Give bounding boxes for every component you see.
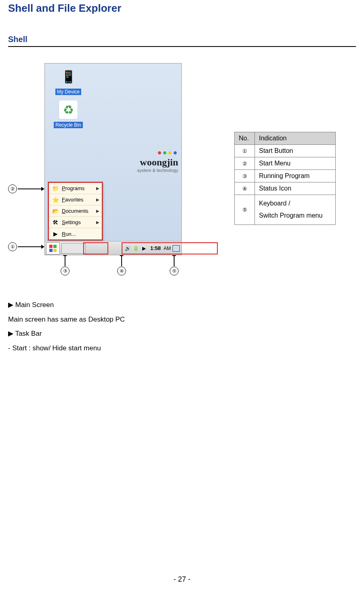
- documents-icon: 📂: [51, 207, 59, 215]
- menu-label: Programs: [62, 185, 84, 191]
- legend-no: ③: [235, 170, 255, 182]
- settings-icon: 🛠: [51, 218, 59, 227]
- legend-indication: Keyboard /Switch Program menu: [255, 195, 336, 225]
- submenu-arrow-icon: ▶: [96, 209, 99, 213]
- legend-no: ④: [235, 182, 255, 195]
- table-row: ④ Status Icon: [235, 182, 336, 195]
- tray-status-icon[interactable]: 🔊: [125, 245, 131, 252]
- running-program-slot[interactable]: [61, 243, 86, 254]
- taskbar: 🔊 🔋 ▶ 1:58 AM: [45, 241, 181, 255]
- menu-label: Run...: [62, 231, 76, 237]
- logo-dots-icon: ●●●●: [109, 148, 178, 157]
- body-line: ▶ Main Screen: [8, 298, 356, 312]
- run-icon: ▶: [51, 230, 59, 238]
- logo-sub: system & technology: [109, 168, 178, 173]
- desktop-icon-my-device[interactable]: 📱 My Device: [48, 67, 88, 95]
- body-line: Main screen has same as Desktop PC: [8, 312, 356, 327]
- callout-4: ④: [117, 267, 126, 275]
- tray-status-icon[interactable]: 🔋: [133, 245, 139, 252]
- legend-no: ⑤: [235, 195, 255, 225]
- programs-icon: 📁: [51, 184, 59, 193]
- body-line: ▶ Task Bar: [8, 326, 356, 341]
- start-menu-item-settings[interactable]: 🛠 Settings ▶: [49, 217, 102, 228]
- start-menu-item-programs[interactable]: 📁 Programs ▶: [49, 183, 102, 194]
- desktop-icon-recycle-bin[interactable]: ♻ Recycle Bin: [48, 100, 88, 128]
- legend-head-no: No.: [235, 132, 255, 145]
- table-row: ② Start Menu: [235, 157, 336, 170]
- favorites-icon: ⭐: [51, 196, 59, 204]
- legend-table: No. Indication ① Start Button ② Start Me…: [234, 132, 336, 225]
- wallpaper-logo: ●●●● woongjin system & technology: [109, 148, 178, 173]
- start-menu-item-favorites[interactable]: ⭐ Favorites ▶: [49, 194, 102, 205]
- device-screenshot: 📱 My Device ♻ Recycle Bin ●●●● woongjin …: [44, 63, 182, 255]
- pda-icon: 📱: [59, 67, 78, 86]
- arrow-2: [18, 189, 44, 189]
- start-menu-item-documents[interactable]: 📂 Documents ▶: [49, 205, 102, 217]
- tray-arrow-icon[interactable]: ▶: [141, 245, 147, 252]
- start-button[interactable]: [46, 242, 60, 254]
- submenu-arrow-icon: ▶: [96, 197, 99, 202]
- taskbar-clock[interactable]: 1:58: [149, 245, 162, 251]
- menu-label: Documents: [62, 208, 88, 214]
- legend-no: ②: [235, 157, 255, 170]
- system-tray: 🔊 🔋 ▶ 1:58 AM: [125, 245, 181, 252]
- legend-no: ①: [235, 145, 255, 157]
- switch-program-button[interactable]: [173, 245, 180, 252]
- start-menu: 📁 Programs ▶ ⭐ Favorites ▶ 📂 Documents ▶: [48, 182, 103, 240]
- table-row: ① Start Button: [235, 145, 336, 157]
- callout-5: ⑤: [170, 267, 179, 275]
- menu-label: Favorites: [62, 197, 83, 203]
- legend-head-indication: Indication: [255, 132, 336, 145]
- desktop-icon-label: Recycle Bin: [54, 122, 82, 128]
- start-menu-item-run[interactable]: ▶ Run...: [49, 228, 102, 239]
- table-row: ⑤ Keyboard /Switch Program menu: [235, 195, 336, 225]
- desktop: 📱 My Device ♻ Recycle Bin ●●●● woongjin …: [45, 64, 181, 241]
- legend-indication: Start Button: [255, 145, 336, 157]
- taskbar-ampm: AM: [164, 246, 171, 251]
- recycle-icon: ♻: [59, 100, 78, 119]
- legend-indication: Start Menu: [255, 157, 336, 170]
- menu-label: Settings: [62, 219, 81, 225]
- desktop-icon-label: My Device: [55, 89, 81, 95]
- legend-indication: Running Program: [255, 170, 336, 182]
- figure: ① ② ③ ④ ⑤ 📱 My Device ♻ Recycle Bin: [8, 63, 194, 282]
- submenu-arrow-icon: ▶: [96, 186, 99, 191]
- submenu-arrow-icon: ▶: [96, 220, 99, 225]
- windows-flag-icon: [49, 245, 57, 252]
- page-number: - 27 -: [0, 575, 364, 584]
- callout-1: ①: [8, 242, 17, 251]
- section-title: Shell: [8, 35, 356, 47]
- legend-indication: Status Icon: [255, 182, 336, 195]
- table-row: ③ Running Program: [235, 170, 336, 182]
- callout-3: ③: [61, 267, 69, 275]
- logo-name: woongjin: [109, 157, 178, 168]
- body-line: - Start : show/ Hide start menu: [8, 341, 356, 356]
- callout-2: ②: [8, 184, 17, 193]
- page-title: Shell and File Explorer: [8, 0, 356, 15]
- arrow-1: [18, 246, 44, 247]
- body-text: ▶ Main Screen Main screen has same as De…: [8, 298, 356, 356]
